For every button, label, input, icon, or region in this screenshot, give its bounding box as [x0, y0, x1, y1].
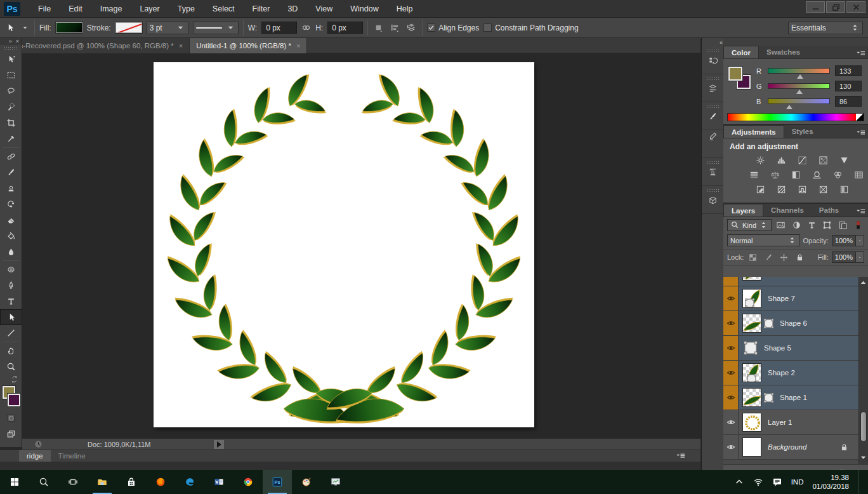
zoom-tool[interactable]	[0, 359, 22, 375]
collapse-panel-icon[interactable]: »	[9, 38, 12, 44]
layer-thumbnail[interactable]	[742, 363, 761, 382]
tab-channels[interactable]: Channels	[763, 204, 812, 217]
color-spectrum-ramp[interactable]	[727, 113, 864, 121]
fill-field[interactable]: 100%	[832, 251, 864, 263]
visibility-toggle[interactable]	[723, 311, 739, 335]
black-white-icon[interactable]	[789, 170, 802, 180]
stroke-color-swatch[interactable]	[115, 22, 142, 33]
fill-dropdown-icon[interactable]	[855, 252, 864, 262]
brush-tool[interactable]	[0, 164, 22, 180]
vibrance-icon[interactable]	[838, 155, 850, 165]
shape-width-input[interactable]: 0 px	[261, 22, 297, 34]
layer-row-shape6[interactable]: Shape 6	[723, 311, 868, 336]
hue-saturation-icon[interactable]	[747, 170, 760, 180]
eyedropper-tool[interactable]	[0, 131, 22, 147]
close-button[interactable]	[846, 1, 865, 13]
show-desktop-button[interactable]	[858, 470, 860, 494]
photo-filter-icon[interactable]	[810, 170, 823, 180]
menu-file[interactable]: File	[29, 0, 60, 18]
preview-icon[interactable]	[34, 439, 43, 449]
visibility-toggle[interactable]	[723, 435, 739, 459]
store-button[interactable]	[117, 470, 146, 494]
lock-pixels-icon[interactable]	[763, 252, 775, 262]
tool-preset-arrow-icon[interactable]	[20, 23, 30, 32]
lasso-tool[interactable]	[0, 83, 22, 99]
word-button[interactable]	[204, 470, 233, 494]
layer-row-shape1[interactable]: Shape 1	[723, 385, 868, 410]
blue-value-field[interactable]: 86	[835, 96, 862, 107]
blend-mode-combo[interactable]: Normal	[727, 234, 800, 246]
green-slider-thumb[interactable]	[796, 90, 803, 94]
layer-row-layer1[interactable]: Layer 1	[723, 410, 868, 435]
menu-edit[interactable]: Edit	[60, 0, 91, 18]
lock-position-icon[interactable]	[778, 252, 790, 262]
tab-swatches[interactable]: Swatches	[759, 46, 808, 58]
paint-button[interactable]	[292, 470, 321, 494]
start-button[interactable]	[0, 470, 29, 494]
document-tab-recovered[interactable]: a-Recovered.psd @ 100% (Shape 60, RGB/8)…	[0, 38, 190, 53]
foreground-color-swatch[interactable]	[728, 67, 742, 81]
clone-source-panel-button[interactable]	[702, 158, 724, 186]
menu-select[interactable]: Select	[204, 0, 244, 18]
menu-layer[interactable]: Layer	[131, 0, 168, 18]
layer-row-shape7[interactable]: Shape 7	[723, 286, 868, 311]
hand-tool[interactable]	[0, 343, 22, 359]
stroke-style-combo[interactable]	[193, 22, 239, 34]
clock[interactable]: 19.38 01/03/2018	[812, 473, 849, 491]
red-slider[interactable]	[768, 68, 830, 74]
exposure-icon[interactable]	[817, 155, 829, 165]
screen-mode-button[interactable]	[0, 426, 22, 442]
selective-color-icon[interactable]	[838, 184, 850, 194]
posterize-icon[interactable]	[775, 184, 787, 194]
black-white-picker[interactable]	[856, 114, 864, 121]
levels-icon[interactable]	[775, 155, 787, 165]
visibility-cell[interactable]	[723, 277, 739, 286]
layer-thumbnail[interactable]	[742, 437, 761, 457]
menu-type[interactable]: Type	[169, 0, 204, 18]
red-value-field[interactable]: 133	[835, 65, 862, 76]
layer-thumbnail[interactable]	[742, 413, 761, 432]
tab-color[interactable]: Color	[723, 46, 759, 58]
align-edges-checkbox[interactable]: Align Edges	[427, 23, 479, 32]
panel-menu-icon[interactable]	[856, 207, 865, 217]
layer-row-shape5[interactable]: Shape 5	[723, 336, 868, 361]
type-tool[interactable]	[0, 293, 22, 309]
background-color-swatch[interactable]	[8, 394, 20, 406]
close-panel-icon[interactable]: ×	[16, 38, 19, 44]
stroke-width-combo[interactable]: 3 pt	[147, 22, 188, 34]
type-layer-filter-icon[interactable]	[806, 220, 818, 230]
tab-styles[interactable]: Styles	[784, 125, 821, 138]
lock-all-icon[interactable]	[793, 252, 805, 262]
vector-mask-icon[interactable]	[764, 393, 773, 403]
visibility-toggle[interactable]	[723, 410, 739, 434]
adjustment-layer-filter-icon[interactable]	[790, 220, 802, 230]
fill-color-swatch[interactable]	[56, 22, 82, 33]
notifications-icon[interactable]	[772, 477, 782, 487]
canvas[interactable]	[154, 62, 534, 427]
language-indicator[interactable]: IND	[791, 478, 804, 486]
opacity-dropdown-icon[interactable]	[855, 236, 864, 246]
path-arrangement-button[interactable]	[405, 22, 418, 34]
history-panel-button[interactable]	[702, 46, 724, 74]
quick-mask-button[interactable]	[0, 410, 22, 426]
3d-panel-button[interactable]	[702, 186, 724, 214]
minimize-button[interactable]	[806, 1, 825, 13]
blur-tool[interactable]	[0, 244, 22, 260]
vector-mask-icon[interactable]	[744, 341, 758, 355]
menu-view[interactable]: View	[306, 0, 341, 18]
move-tool[interactable]	[0, 51, 22, 67]
path-alignment-button[interactable]	[389, 22, 401, 34]
tab-close-icon[interactable]: ×	[296, 42, 300, 50]
menu-help[interactable]: Help	[388, 0, 422, 18]
invert-icon[interactable]	[754, 184, 766, 194]
blue-slider[interactable]	[768, 98, 830, 104]
panel-menu-icon[interactable]	[856, 128, 865, 138]
pixel-layer-filter-icon[interactable]	[775, 220, 787, 230]
photoshop-taskbar-button[interactable]: Ps	[263, 470, 292, 494]
dodge-tool[interactable]	[0, 262, 22, 277]
brush-presets-panel-button[interactable]	[702, 130, 724, 158]
channel-mixer-icon[interactable]	[831, 170, 844, 180]
quick-selection-tool[interactable]	[0, 99, 22, 115]
properties-panel-button[interactable]	[702, 74, 724, 102]
shape-height-input[interactable]: 0 px	[327, 22, 363, 34]
